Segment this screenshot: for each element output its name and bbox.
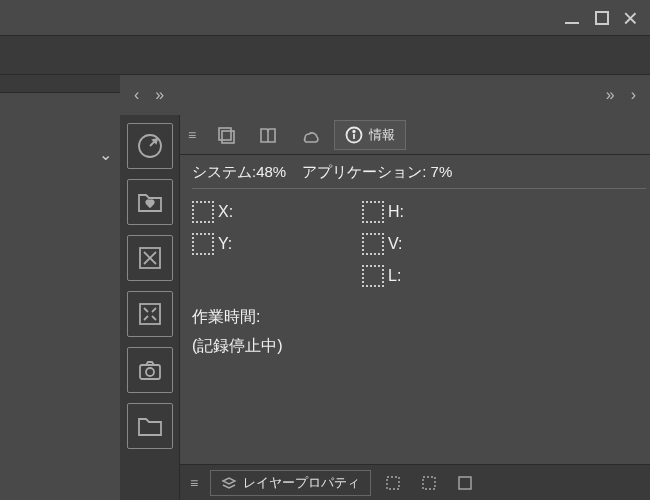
svg-rect-15 — [423, 477, 435, 489]
nav-row: ‹ » » › — [120, 75, 650, 115]
tool-column — [120, 115, 180, 500]
nav-forward-more-left[interactable]: » — [155, 86, 164, 104]
svg-point-12 — [353, 130, 355, 132]
coord-v: V: — [362, 233, 532, 255]
coordinate-grid: X: H: Y: V: L: — [192, 201, 646, 287]
svg-rect-5 — [140, 304, 160, 324]
quick-access-tool[interactable] — [127, 123, 173, 169]
tab-info[interactable]: 情報 — [334, 120, 406, 150]
coord-x: X: — [192, 201, 362, 223]
coord-y: Y: — [192, 233, 362, 255]
nav-forward-more-right[interactable]: » — [606, 86, 615, 104]
folder-tool[interactable] — [127, 403, 173, 449]
crop-tool[interactable] — [127, 235, 173, 281]
svg-rect-1 — [596, 12, 608, 24]
minimize-button[interactable] — [563, 9, 581, 27]
toolbar-strip — [0, 35, 650, 75]
y-icon — [192, 233, 214, 255]
bottom-icon-3[interactable] — [451, 471, 479, 495]
tab-info-label: 情報 — [369, 126, 395, 144]
bottom-tab-row: ≡ レイヤープロパティ — [180, 464, 650, 500]
app-label: アプリケーション: — [302, 163, 426, 180]
left-pane: ⌄ — [0, 75, 120, 500]
l-icon — [362, 265, 384, 287]
favorites-tool[interactable] — [127, 179, 173, 225]
work-time-label: 作業時間: — [192, 307, 646, 328]
close-button[interactable]: × — [623, 9, 638, 27]
chevron-down-icon[interactable]: ⌄ — [99, 145, 112, 164]
svg-rect-16 — [459, 477, 471, 489]
left-pane-header — [0, 75, 120, 93]
bottom-menu-icon[interactable]: ≡ — [190, 475, 198, 491]
panel-menu-icon[interactable]: ≡ — [188, 127, 196, 143]
tab-book-icon[interactable] — [250, 120, 286, 150]
app-value: 7% — [431, 163, 453, 180]
recording-status: (記録停止中) — [192, 336, 646, 357]
camera-tool[interactable] — [127, 347, 173, 393]
coord-l: L: — [362, 265, 532, 287]
bottom-icon-2[interactable] — [415, 471, 443, 495]
tab-cloud-icon[interactable] — [292, 120, 328, 150]
svg-rect-14 — [387, 477, 399, 489]
x-icon — [192, 201, 214, 223]
h-icon — [362, 201, 384, 223]
nav-back[interactable]: ‹ — [134, 86, 139, 104]
info-panel-body: システム:48% アプリケーション: 7% X: H: Y: V: — [180, 155, 650, 365]
maximize-button[interactable] — [593, 9, 611, 27]
tab-row: ≡ 情報 — [180, 115, 650, 155]
svg-rect-9 — [222, 131, 234, 143]
coord-h: H: — [362, 201, 532, 223]
v-icon — [362, 233, 384, 255]
titlebar: × — [0, 0, 650, 35]
svg-point-7 — [146, 368, 154, 376]
nav-forward[interactable]: › — [631, 86, 636, 104]
bottom-tab-label: レイヤープロパティ — [243, 474, 360, 492]
collapse-tool[interactable] — [127, 291, 173, 337]
system-label: システム: — [192, 163, 256, 180]
system-usage-row: システム:48% アプリケーション: 7% — [192, 163, 646, 189]
tab-layers-icon[interactable] — [208, 120, 244, 150]
svg-rect-8 — [219, 128, 231, 140]
bottom-tab-layer-properties[interactable]: レイヤープロパティ — [210, 470, 371, 496]
panel-area: ≡ 情報 システム:48% アプリケーション: 7% X: — [180, 115, 650, 500]
system-value: 48% — [256, 163, 286, 180]
bottom-icon-1[interactable] — [379, 471, 407, 495]
